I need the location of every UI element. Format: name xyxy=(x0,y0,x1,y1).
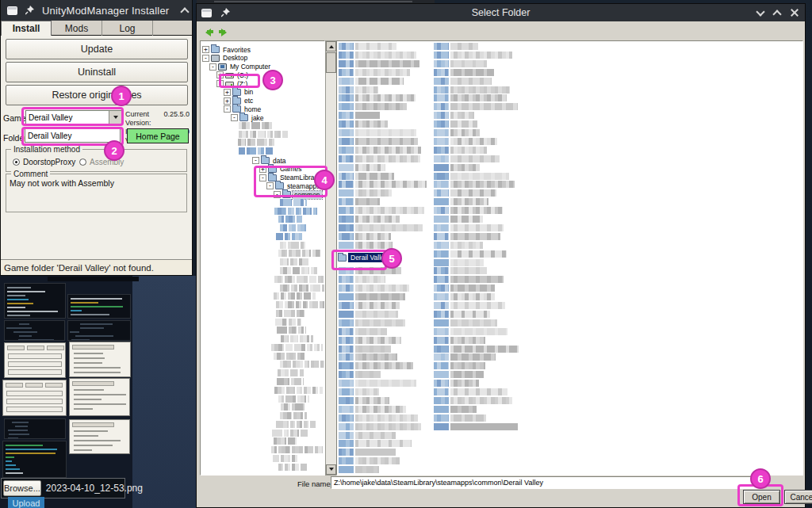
screenshot-thumbnail[interactable] xyxy=(4,342,66,378)
cancel-button[interactable]: Cancel xyxy=(784,490,812,504)
screenshot-thumbnail[interactable] xyxy=(4,320,65,341)
expand-toggle-icon[interactable]: - xyxy=(202,55,209,62)
installer-titlebar[interactable]: UnityModManager Installer xyxy=(1,0,192,21)
blurred-item xyxy=(271,446,323,453)
blurred-item xyxy=(274,292,316,300)
tree-item-label: home xyxy=(243,105,262,113)
expand-toggle-icon[interactable]: - xyxy=(224,105,231,113)
dropdown-arrow-icon[interactable] xyxy=(109,111,121,124)
browse-button[interactable]: Browse... xyxy=(3,480,41,496)
blurred-file-item xyxy=(434,250,507,258)
collapse-icon[interactable] xyxy=(181,7,190,16)
expand-toggle-icon[interactable]: + xyxy=(202,46,209,53)
tree-item-steamlibrary[interactable]: -SteamLibrary xyxy=(259,174,322,182)
expand-toggle-icon[interactable]: + xyxy=(224,89,231,96)
restore-original-button[interactable]: Restore original files xyxy=(6,85,188,105)
blurred-item xyxy=(239,131,288,138)
blurred-file-item xyxy=(339,457,400,464)
back-arrow-icon[interactable] xyxy=(201,27,214,37)
code-snippet-thumbnail xyxy=(48,277,139,281)
tree-item-my-computer[interactable]: -My Computer xyxy=(209,63,272,71)
screenshot-thumbnail[interactable] xyxy=(69,342,131,377)
annotation-step-6: 6 xyxy=(750,468,771,489)
tree-item-common[interactable]: -common xyxy=(274,190,322,199)
blurred-file-item xyxy=(434,242,483,249)
upload-button[interactable]: Upload xyxy=(8,497,44,508)
upload-filename: 2023-04-10_12-53.png xyxy=(46,483,143,494)
tree-item-bin[interactable]: +bin xyxy=(224,88,255,97)
dialog-toolbar xyxy=(197,21,805,42)
close-icon[interactable] xyxy=(791,9,799,17)
pin-icon[interactable] xyxy=(25,6,34,15)
folder-label: Folder xyxy=(3,133,27,143)
game-select[interactable]: Derail Valley xyxy=(25,110,122,124)
blurred-file-item xyxy=(434,371,484,378)
file-name-input[interactable]: Z:\home\jake\data\SteamLibrary\steamapps… xyxy=(331,476,760,489)
tree-item-jake[interactable]: -jake xyxy=(231,113,266,122)
expand-toggle-icon[interactable]: + xyxy=(259,166,266,173)
installer-status-text: Game folder 'Derail Valley' not found. xyxy=(1,259,192,275)
folder-list-pane[interactable]: Derail Valley xyxy=(336,40,803,476)
expand-toggle-icon[interactable]: - xyxy=(266,182,274,189)
tree-item-desktop[interactable]: -Desktop xyxy=(202,54,249,63)
blurred-file-item xyxy=(434,164,480,171)
uninstall-button[interactable]: Uninstall xyxy=(6,62,188,82)
blurred-item xyxy=(274,208,316,215)
blurred-file-item xyxy=(434,138,497,145)
tree-item-favorites[interactable]: +Favorites xyxy=(202,45,252,54)
open-button[interactable]: Open xyxy=(743,490,780,504)
homepage-button[interactable]: Home Page xyxy=(127,128,189,143)
blurred-file-item xyxy=(434,173,509,180)
expand-toggle-icon[interactable]: - xyxy=(252,157,259,164)
shade-icon[interactable] xyxy=(756,7,764,16)
tree-scrollbar[interactable] xyxy=(325,40,337,476)
radio-icon[interactable] xyxy=(13,159,20,166)
folder-tree-pane[interactable]: +Favorites-Desktop-My Computer+(C:)-(Z:)… xyxy=(200,40,325,476)
screenshot-thumbnail[interactable] xyxy=(2,441,67,478)
tree-item-steamapps[interactable]: -steamapps xyxy=(266,181,322,190)
dialog-titlebar[interactable]: Select Folder xyxy=(197,4,805,21)
blurred-file-item xyxy=(434,423,518,430)
expand-toggle-icon[interactable]: - xyxy=(231,114,238,121)
scroll-up-icon[interactable] xyxy=(326,41,336,52)
blurred-file-item xyxy=(339,302,400,309)
update-button[interactable]: Update xyxy=(6,39,188,59)
expand-toggle-icon[interactable]: + xyxy=(224,97,231,105)
expand-toggle-icon[interactable]: + xyxy=(216,71,224,78)
blurred-file-item xyxy=(339,224,423,231)
blurred-item xyxy=(274,353,304,360)
unitymodmanager-installer-window: UnityModManager Installer Install Mods L… xyxy=(0,0,193,276)
blurred-file-item xyxy=(339,52,416,59)
folder-input[interactable]: Derail Valley xyxy=(25,128,121,143)
screenshot-thumbnail[interactable] xyxy=(2,380,67,416)
screenshot-thumbnail[interactable] xyxy=(69,419,130,454)
scroll-down-icon[interactable] xyxy=(326,464,336,475)
tab-install[interactable]: Install xyxy=(1,21,52,36)
screenshot-thumbnail[interactable] xyxy=(69,378,130,416)
blurred-file-item xyxy=(339,353,397,361)
expand-toggle-icon[interactable]: - xyxy=(209,63,216,71)
tree-item-games[interactable]: +Games xyxy=(259,165,303,174)
maximize-icon[interactable] xyxy=(772,10,781,18)
radio-icon[interactable] xyxy=(79,159,86,166)
expand-toggle-icon[interactable]: - xyxy=(274,191,281,198)
forward-arrow-icon[interactable] xyxy=(218,27,231,37)
tree-item-etc[interactable]: +etc xyxy=(224,97,255,105)
drive-icon xyxy=(225,73,234,78)
tree-item-label: etc xyxy=(243,97,255,105)
tab-log[interactable]: Log xyxy=(102,21,153,36)
scrollbar-thumb[interactable] xyxy=(326,52,336,73)
screenshot-thumbnail[interactable] xyxy=(67,320,131,341)
radio-doorstopproxy[interactable]: DoorstopProxy xyxy=(13,158,75,166)
expand-toggle-icon[interactable]: - xyxy=(216,80,224,87)
game-select-value: Derail Valley xyxy=(26,113,109,122)
screenshot-thumbnail[interactable] xyxy=(67,294,131,319)
expand-toggle-icon[interactable]: - xyxy=(259,174,266,181)
blurred-file-item xyxy=(339,78,404,85)
tab-mods[interactable]: Mods xyxy=(52,21,102,36)
screenshot-thumbnail[interactable] xyxy=(4,418,66,439)
blurred-item xyxy=(278,369,304,376)
pin-icon[interactable] xyxy=(221,8,230,17)
tree-item--c-[interactable]: +(C:) xyxy=(216,71,250,79)
screenshot-thumbnail[interactable] xyxy=(4,283,66,319)
